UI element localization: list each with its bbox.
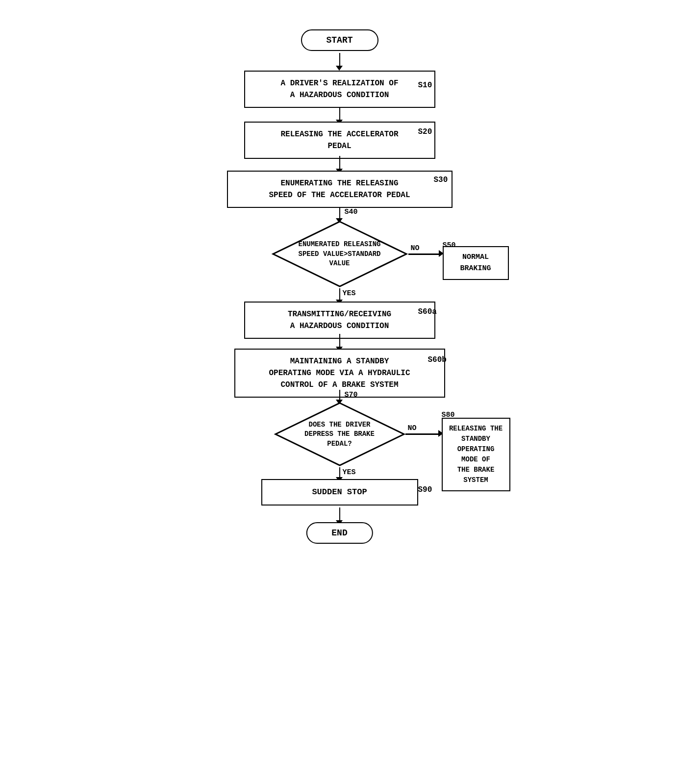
- arrow-s30-s40: [339, 207, 341, 219]
- s40-label: S40: [345, 208, 358, 216]
- no-label-s70: NO: [408, 424, 417, 432]
- s70-label: S70: [345, 391, 358, 399]
- s10-box: A DRIVER'S REALIZATION OF A HAZARDOUS CO…: [244, 71, 435, 108]
- arrow-start-s10: [339, 53, 341, 67]
- no-label-s40: NO: [411, 244, 420, 253]
- arrow-s90-end: [339, 507, 341, 521]
- s60b-label: S60b: [428, 355, 447, 364]
- s50-box: NORMAL BRAKING: [443, 246, 509, 280]
- s10-label: S10: [418, 81, 432, 90]
- s40-diamond: ENUMERATED RELEASING SPEED VALUE>STANDAR…: [271, 220, 408, 288]
- s20-label: S20: [418, 127, 432, 136]
- s90-box: SUDDEN STOP: [261, 479, 418, 506]
- s70-text: DOES THE DRIVER DEPRESS THE BRAKE PEDAL?: [294, 420, 385, 449]
- arrow-s40-yes: [339, 288, 341, 301]
- yes-label-s40: YES: [343, 289, 356, 298]
- h-line-s70-no: [405, 433, 440, 435]
- s70-diamond: DOES THE DRIVER DEPRESS THE BRAKE PEDAL?: [274, 401, 406, 467]
- s30-box: ENUMERATING THE RELEASING SPEED OF THE A…: [227, 171, 453, 208]
- s60a-box: TRANSMITTING/RECEIVING A HAZARDOUS CONDI…: [244, 302, 435, 339]
- arrow-s70-yes: [339, 467, 341, 478]
- h-line-s40-no: [408, 253, 440, 255]
- s80-box: RELEASING THE STANDBY OPERATING MODE OF …: [442, 418, 510, 491]
- arrow-s60a-s60b: [339, 334, 341, 348]
- s90-label: S90: [418, 485, 432, 494]
- start-node: START: [301, 29, 378, 51]
- s30-label: S30: [434, 176, 448, 184]
- arrow-s20-s30: [339, 156, 341, 170]
- arrow-s60b-s70: [339, 390, 341, 401]
- arrow-s10-s20: [339, 107, 341, 121]
- s20-box: RELEASING THE ACCELERATOR PEDAL: [244, 122, 435, 159]
- s40-text: ENUMERATED RELEASING SPEED VALUE>STANDAR…: [291, 240, 389, 269]
- yes-label-s70: YES: [343, 468, 356, 477]
- arrowhead-start-s10: [336, 66, 343, 71]
- end-node: END: [306, 522, 373, 544]
- s60a-label: S60a: [418, 307, 437, 316]
